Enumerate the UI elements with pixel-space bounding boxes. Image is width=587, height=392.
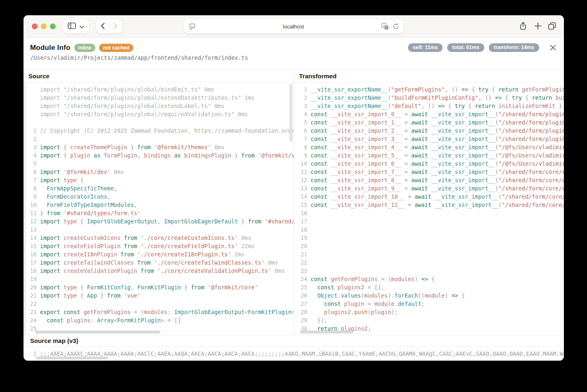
code-text: import { createThemePlugin } from '@form…	[40, 143, 224, 151]
code-text: const plugin = module.default;	[311, 300, 424, 308]
share-icon	[519, 21, 527, 32]
code-line: 1__vite_ssr_exportName__("getFormPlugins…	[294, 85, 564, 94]
code-text: import { plugin as formPlugin, bindings …	[40, 151, 294, 160]
code-line: 7const __vite_ssr_import_3__ = await __v…	[294, 135, 564, 143]
line-number: 3	[294, 102, 311, 110]
code-text: const __vite_ssr_import_2__ = await __vi…	[311, 127, 564, 135]
module-info-header: Module Info inline not cached self: 11ms…	[24, 38, 564, 70]
share-button[interactable]	[517, 21, 529, 32]
transformed-pane-title: Transformed	[294, 70, 564, 82]
code-line: 8 FormAppSpecificTheme,	[24, 184, 294, 192]
line-number: 19	[294, 234, 311, 242]
new-tab-button[interactable]	[532, 21, 544, 32]
translate-icon[interactable]: A	[381, 23, 389, 31]
nav-button-group	[96, 19, 122, 33]
line-number: 24	[24, 316, 40, 324]
line-number: 23	[24, 308, 40, 316]
code-line: 6import '@formkit/dev' 0ms	[24, 168, 294, 176]
code-line: 4const __vite_ssr_import_0__ = await __v…	[294, 110, 564, 118]
line-number: 18	[294, 225, 311, 234]
line-number: 16	[24, 250, 40, 258]
code-text: import createFieldPlugin from './core/cr…	[40, 242, 255, 250]
code-line: 20	[294, 242, 564, 250]
code-line: 4import { plugin as formPlugin, bindings…	[24, 151, 294, 160]
line-number: 19	[24, 275, 40, 283]
code-text: import "/shared/form/plugins/global/exte…	[40, 94, 255, 102]
browser-window: localhost A	[24, 15, 564, 361]
code-line: 18import createValidationPlugin from './…	[24, 267, 294, 275]
code-text: const __vite_ssr_import_3__ = await __vi…	[311, 135, 564, 143]
code-text: const __vite_ssr_import_0__ = await __vi…	[311, 110, 564, 118]
code-line: 14const __vite_ssr_import_10__ = await _…	[294, 192, 564, 201]
code-line: import "/shared/form/plugins/global/exte…	[24, 94, 294, 102]
code-line: 23	[294, 267, 564, 275]
sidebar-toggle-button[interactable]	[63, 19, 89, 33]
code-text: const getFormPlugins = (modules) => {	[311, 275, 435, 283]
code-text: import createI18nPlugin from './core/cre…	[40, 250, 245, 258]
line-number: 9	[294, 151, 311, 160]
code-line: 24 const plugins: Array<FormKitPlugin> =…	[24, 316, 294, 324]
code-line: 18	[294, 225, 564, 234]
code-line: 29 });	[294, 316, 564, 324]
plus-icon	[534, 22, 542, 31]
code-line: 5	[24, 160, 294, 168]
line-number: 29	[294, 316, 311, 324]
code-text: const __vite_ssr_import_6__ = await __vi…	[311, 160, 564, 168]
code-line: import "/shared/form/plugins/global/bind…	[24, 85, 294, 94]
line-number: 20	[294, 242, 311, 250]
sourcemap-horizontal-scrollbar[interactable]	[36, 357, 108, 359]
line-number: 5	[24, 160, 40, 168]
window-zoom-button[interactable]	[50, 23, 56, 29]
code-line: 10 FormFieldTypeImportModules,	[24, 201, 294, 209]
code-line: 21	[294, 250, 564, 258]
code-line: 24const getFormPlugins = (modules) => {	[294, 275, 564, 283]
line-number	[24, 94, 40, 102]
transformed-code-area[interactable]: 1__vite_ssr_exportName__("getFormPlugins…	[294, 82, 564, 335]
code-text: FormDecoratorIcons,	[40, 192, 111, 201]
window-minimize-button[interactable]	[41, 23, 47, 29]
code-line: 12const __vite_ssr_import_8__ = await __…	[294, 176, 564, 184]
code-line: 15const __vite_ssr_import_11__ = await _…	[294, 201, 564, 209]
code-text: __vite_ssr_exportName__("buildFormKitPlu…	[311, 94, 564, 102]
line-number	[24, 110, 40, 118]
code-text: import createValidationPlugin from './co…	[40, 267, 285, 275]
code-text: } from '#shared/types/form.ts'	[40, 209, 141, 217]
code-line: 19	[294, 234, 564, 242]
code-text: const __vite_ssr_import_4__ = await __vi…	[311, 143, 564, 151]
line-number: 1	[294, 85, 311, 94]
line-number: 21	[294, 250, 311, 258]
line-number: 6	[24, 168, 40, 176]
code-line: 8const __vite_ssr_import_4__ = await __v…	[294, 143, 564, 151]
transformed-horizontal-scrollbar[interactable]	[300, 331, 354, 333]
code-line: 21import type { App } from 'vue'	[24, 291, 294, 300]
line-number: 10	[294, 160, 311, 168]
close-panel-button[interactable]	[547, 43, 558, 54]
forward-button[interactable]	[109, 21, 122, 32]
reload-icon[interactable]	[393, 23, 399, 31]
chevron-right-icon	[113, 23, 118, 31]
code-text: plugins2.push(plugin);	[311, 308, 398, 316]
code-text: const __vite_ssr_import_5__ = await __vi…	[311, 151, 564, 160]
source-code: import "/shared/form/plugins/global/bind…	[24, 82, 294, 333]
code-text: import createCustomIcons from './core/cr…	[40, 234, 251, 242]
code-line: 1// Copyright (C) 2012-2025 Zammad Found…	[24, 127, 294, 135]
transformed-pane: Transformed 1__vite_ssr_exportName__("ge…	[294, 70, 564, 335]
source-horizontal-scrollbar[interactable]	[35, 331, 160, 333]
code-text: import "/shared/form/plugins/global/exte…	[40, 102, 224, 110]
sourcemap-title: Source map (v3)	[24, 335, 564, 347]
code-text: const __vite_ssr_import_9__ = await __vi…	[311, 184, 564, 192]
line-number: 13	[24, 225, 40, 234]
window-close-button[interactable]	[32, 23, 38, 29]
address-bar[interactable]: localhost A	[184, 19, 403, 33]
page-preview-icon	[189, 23, 196, 31]
chevron-left-icon	[101, 23, 105, 31]
code-line: 12import type { ImportGlobEagerOutput, I…	[24, 217, 294, 225]
source-code-area[interactable]: import "/shared/form/plugins/global/bind…	[24, 82, 294, 335]
source-vertical-scrollbar[interactable]	[290, 84, 292, 142]
not-cached-badge: not cached	[99, 44, 133, 52]
tabs-overview-button[interactable]	[546, 21, 558, 32]
back-button[interactable]	[97, 21, 109, 32]
line-number	[24, 85, 40, 94]
line-number: 23	[294, 267, 311, 275]
code-line: 6const __vite_ssr_import_2__ = await __v…	[294, 127, 564, 135]
